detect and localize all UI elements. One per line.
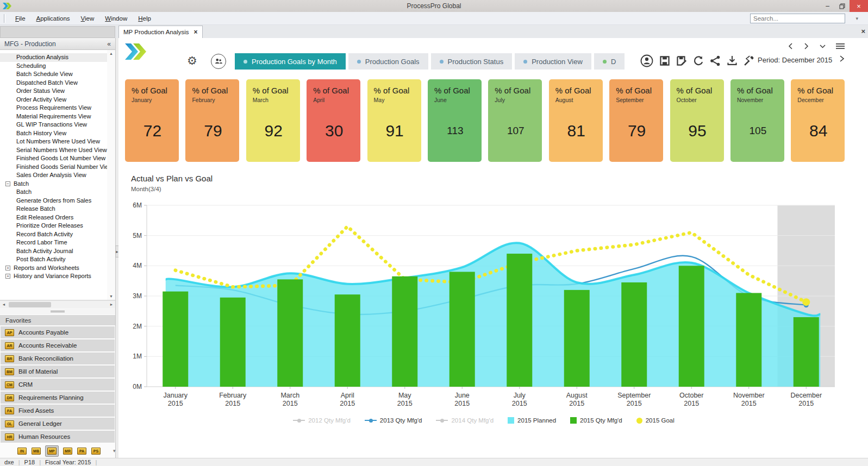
tree-item-lot-numbers-where-used-view[interactable]: Lot Numbers Where Used View bbox=[0, 137, 107, 146]
kpi-card-march[interactable]: % of GoalMarch92 bbox=[246, 79, 300, 162]
legend-item-2014-qty-mfg-d[interactable]: 2014 Qty Mfg'd bbox=[436, 417, 494, 424]
tree-item-serial-numbers-where-used-view[interactable]: Serial Numbers Where Used View bbox=[0, 146, 107, 155]
save-icon[interactable] bbox=[659, 55, 671, 67]
module-overflow-caret-icon[interactable]: ▾ bbox=[113, 448, 116, 454]
favorite-bill-of-material[interactable]: BMBill of Material bbox=[1, 366, 115, 377]
collapse-box-icon[interactable]: − bbox=[5, 181, 10, 186]
tree-item-order-status-view[interactable]: Order Status View bbox=[0, 87, 107, 96]
kpi-card-december[interactable]: % of GoalDecember84 bbox=[791, 79, 845, 162]
module-icon-in[interactable]: IN bbox=[17, 448, 27, 455]
bar-may[interactable] bbox=[392, 276, 417, 387]
hamburger-menu-icon[interactable] bbox=[835, 42, 845, 52]
bar-december[interactable] bbox=[794, 317, 819, 387]
tree-group-history-and-variance-reports[interactable]: +History and Variance Reports bbox=[0, 272, 107, 281]
tree-item-batch-activity-journal[interactable]: Batch Activity Journal bbox=[0, 247, 107, 256]
favorite-requirements-planning[interactable]: DRRequirements Planning bbox=[1, 392, 115, 404]
favorite-fixed-assets[interactable]: FAFixed Assets bbox=[1, 405, 115, 417]
scroll-down-icon[interactable]: ▼ bbox=[107, 294, 115, 298]
tree-group-batch[interactable]: −Batch bbox=[0, 180, 107, 188]
bar-april[interactable] bbox=[335, 294, 360, 387]
menu-item-file[interactable]: File bbox=[10, 14, 31, 23]
favorite-general-ledger[interactable]: GLGeneral Ledger bbox=[1, 418, 115, 430]
tree-item-finished-goods-lot-number-view[interactable]: Finished Goods Lot Number View bbox=[0, 154, 107, 163]
save-edit-icon[interactable] bbox=[676, 55, 688, 67]
menu-item-view[interactable]: View bbox=[76, 14, 100, 23]
bar-july[interactable] bbox=[507, 254, 532, 387]
scroll-right-icon[interactable]: ► bbox=[108, 301, 115, 308]
view-tab-production-goals-by-month[interactable]: Production Goals by Month bbox=[235, 53, 346, 70]
favorite-human-resources[interactable]: HRHuman Resources bbox=[1, 431, 115, 443]
kpi-card-june[interactable]: % of GoalJune113 bbox=[428, 79, 482, 162]
expand-box-icon[interactable]: + bbox=[5, 274, 10, 279]
tree-item-batch-schedule-view[interactable]: Batch Schedule View bbox=[0, 70, 107, 79]
bar-february[interactable] bbox=[220, 298, 246, 387]
download-icon[interactable] bbox=[726, 55, 738, 67]
doc-tab-mp-production-analysis[interactable]: MP Production Analysis × bbox=[118, 26, 203, 38]
period-next-icon[interactable] bbox=[839, 55, 845, 65]
user-circle-icon[interactable] bbox=[639, 55, 654, 67]
area-2015-planned[interactable] bbox=[166, 243, 821, 387]
sidebar-collapse-icon[interactable]: « bbox=[107, 40, 111, 48]
tree-item-post-batch-activity[interactable]: Post Batch Activity bbox=[0, 255, 107, 264]
tree-item-generate-orders-from-sales[interactable]: Generate Orders from Sales bbox=[0, 197, 107, 205]
bar-june[interactable] bbox=[449, 272, 475, 387]
kpi-card-november[interactable]: % of GoalNovember105 bbox=[730, 79, 784, 162]
tree-item-prioritize-order-releases[interactable]: Prioritize Order Releases bbox=[0, 222, 107, 230]
tree-item-gl-wip-transactions-view[interactable]: GL WIP Transactions View bbox=[0, 121, 107, 129]
legend-item-2012-qty-mfg-d[interactable]: 2012 Qty Mfg'd bbox=[293, 417, 351, 424]
kpi-card-february[interactable]: % of GoalFebruary79 bbox=[185, 79, 239, 162]
module-icon-pa[interactable]: PA bbox=[77, 448, 86, 455]
restore-button[interactable] bbox=[835, 0, 850, 12]
view-tab-production-view[interactable]: Production View bbox=[515, 53, 591, 70]
legend-item-2015-planned[interactable]: 2015 Planned bbox=[508, 417, 556, 424]
menu-item-window[interactable]: Window bbox=[99, 14, 133, 23]
favorite-crm[interactable]: CMCRM bbox=[1, 379, 115, 391]
tree-item-dispatched-batch-view[interactable]: Dispatched Batch View bbox=[0, 79, 107, 87]
close-button[interactable]: × bbox=[850, 0, 868, 12]
kpi-card-january[interactable]: % of GoalJanuary72 bbox=[125, 79, 179, 162]
kpi-card-september[interactable]: % of GoalSeptember79 bbox=[609, 79, 663, 162]
module-icon-mp[interactable]: MP bbox=[46, 446, 58, 456]
tree-item-sales-order-analysis-view[interactable]: Sales Order Analysis View bbox=[0, 171, 107, 180]
module-icon-ps[interactable]: PS bbox=[91, 448, 101, 455]
favorite-accounts-payable[interactable]: APAccounts Payable bbox=[1, 326, 115, 338]
collapse-chevron-icon[interactable] bbox=[819, 42, 827, 52]
tree-item-process-requirements-view[interactable]: Process Requirements View bbox=[0, 104, 107, 112]
legend-item-2013-qty-mfg-d[interactable]: 2013 Qty Mfg'd bbox=[365, 417, 422, 424]
tree-group-reports-and-worksheets[interactable]: +Reports and Worksheets bbox=[0, 264, 107, 273]
search-dropdown-caret-icon[interactable]: ▾ bbox=[855, 16, 858, 21]
tree-item-batch-history-view[interactable]: Batch History View bbox=[0, 129, 107, 138]
tabstrip-close-icon[interactable]: × bbox=[861, 27, 865, 35]
bar-september[interactable] bbox=[621, 282, 647, 387]
expand-box-icon[interactable]: + bbox=[5, 266, 10, 270]
panel-splitter-handle[interactable] bbox=[0, 308, 115, 314]
bar-august[interactable] bbox=[564, 290, 590, 387]
view-tab-d[interactable]: D bbox=[594, 53, 625, 70]
kpi-card-august[interactable]: % of GoalAugust81 bbox=[549, 79, 603, 162]
tree-item-batch[interactable]: Batch bbox=[0, 188, 107, 197]
legend-item-2015-qty-mfg-d[interactable]: 2015 Qty Mfg'd bbox=[570, 417, 622, 424]
kpi-card-may[interactable]: % of GoalMay91 bbox=[367, 79, 421, 162]
view-tab-production-goals[interactable]: Production Goals bbox=[348, 53, 428, 70]
tree-item-production-analysis[interactable]: Production Analysis bbox=[0, 53, 107, 62]
back-chevron-icon[interactable] bbox=[787, 42, 794, 52]
search-input[interactable] bbox=[750, 14, 845, 23]
settings-gear-icon[interactable]: ⚙ bbox=[187, 54, 197, 67]
hscroll-thumb[interactable] bbox=[9, 302, 51, 307]
menu-item-applications[interactable]: Applications bbox=[31, 14, 76, 23]
forward-chevron-icon[interactable] bbox=[803, 42, 810, 52]
kpi-card-april[interactable]: % of GoalApril30 bbox=[307, 79, 360, 162]
favorite-accounts-receivable[interactable]: ARAccounts Receivable bbox=[1, 339, 115, 351]
legend-item-2015-goal[interactable]: 2015 Goal bbox=[636, 417, 675, 424]
refresh-icon[interactable] bbox=[692, 55, 704, 67]
bar-november[interactable] bbox=[736, 293, 761, 387]
tree-vertical-scrollbar[interactable]: ▲ ▼ bbox=[107, 50, 115, 300]
bar-october[interactable] bbox=[679, 266, 704, 387]
tree-item-record-labor-time[interactable]: Record Labor Time bbox=[0, 238, 107, 247]
tab-close-icon[interactable]: × bbox=[194, 28, 198, 36]
kpi-card-july[interactable]: % of GoalJuly107 bbox=[488, 79, 542, 162]
scroll-up-icon[interactable]: ▲ bbox=[107, 52, 115, 55]
view-tab-production-status[interactable]: Production Status bbox=[431, 53, 513, 70]
tree-item-record-batch-activity[interactable]: Record Batch Activity bbox=[0, 230, 107, 239]
bar-march[interactable] bbox=[277, 279, 303, 387]
